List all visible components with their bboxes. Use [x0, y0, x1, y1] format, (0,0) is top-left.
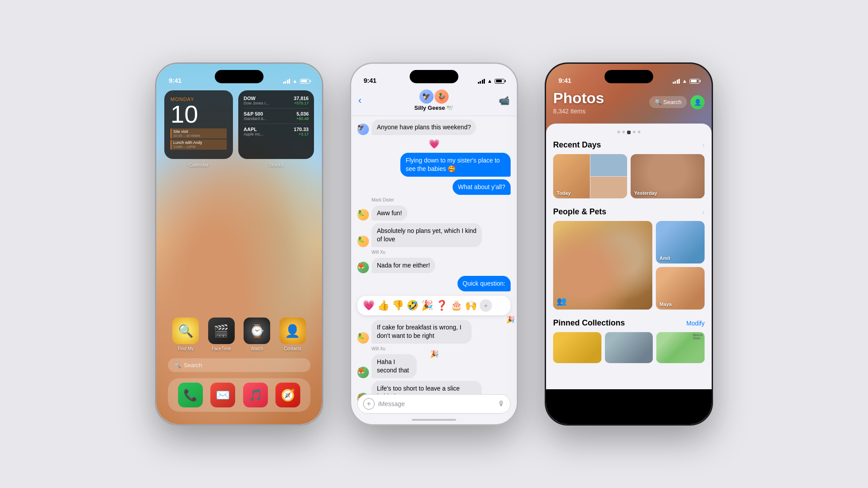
stocks-widget[interactable]: DOW Dow Jones I... 37,816 +570.17 S&P 50… [238, 90, 314, 159]
status-icons-2: ▲ [478, 78, 504, 84]
photos-search-button[interactable]: 🔍 🔍 Search Search [649, 96, 687, 108]
stock-row-dow: DOW Dow Jones I... 37,816 +570.17 [244, 96, 309, 105]
video-call-button[interactable]: 📹 [499, 95, 510, 106]
stocks-label: Stocks [238, 162, 314, 167]
avatar-will-2: 🦊 [357, 367, 369, 378]
mail-app[interactable]: ✉️ [210, 383, 235, 407]
power-button-2[interactable] [517, 135, 518, 166]
group-avatar-1: 🦅 [419, 89, 434, 104]
tapback-celebrate-2: 🎉 [430, 350, 439, 358]
phone-messages: 9:41 ▲ ‹ 🦅 🦆 Si [350, 62, 518, 426]
dot-4[interactable] [638, 131, 640, 133]
photos-header-buttons: 🔍 🔍 Search Search 👤 [649, 95, 705, 109]
reaction-thumbsup[interactable]: 👍 [377, 300, 389, 311]
reaction-thumbsdown[interactable]: 👎 [392, 300, 404, 311]
today-card[interactable]: Today [553, 154, 627, 198]
people-pets-chevron[interactable]: › [702, 208, 705, 216]
pinned-collections-header: Pinned Collections Modify [553, 318, 705, 328]
messages-input[interactable]: + iMessage 🎙 [357, 394, 511, 414]
photos-title: Photos [553, 89, 604, 107]
msg-bubble-sent-1: Flying down to my sister's place to see … [400, 153, 511, 177]
add-content-button[interactable]: + [363, 398, 375, 410]
widgets-area: MONDAY 10 Site visit 10:15 – 10:45AM Lun… [164, 90, 314, 159]
photos-title-area: Photos 8,342 Items [553, 89, 604, 115]
reaction-cake[interactable]: 🎂 [450, 300, 462, 311]
recent-days-title: Recent Days [553, 140, 601, 150]
dot-3[interactable] [633, 131, 636, 133]
status-time: 9:41 [169, 77, 182, 84]
pinned-title: Pinned Collections [553, 318, 625, 328]
pinned-map[interactable]: MeerutGhaz... [656, 332, 705, 363]
tapback-celebrate: 🎉 [506, 315, 515, 324]
msg-bubble-mark-1: Aww fun! [372, 205, 407, 221]
status-time-3: 9:41 [558, 77, 571, 84]
recent-days-chevron[interactable]: › [702, 141, 705, 149]
msg-row-quickq: Quick question: [357, 276, 511, 291]
msg-row-cake: 🦜 If cake for breakfast is wrong, I don'… [357, 320, 511, 344]
person-card-large[interactable]: 👥 [553, 221, 652, 310]
home-indicator [412, 419, 456, 421]
pinned-modify-button[interactable]: Modify [686, 320, 705, 327]
reaction-question[interactable]: ❓ [436, 300, 448, 311]
profile-icon: 👤 [694, 99, 701, 106]
avatar-mark-2: 🦜 [357, 236, 369, 247]
msg-row-will-2: 🦊 Haha I second that 🎉 [357, 354, 511, 378]
dot-2[interactable] [622, 131, 625, 133]
msg-bubble-second: Haha I second that [372, 354, 417, 378]
messages-title: 🦅 🦆 Silly Geese 🕊️ [415, 89, 454, 111]
sender-mark: Mark Disler [372, 198, 511, 202]
reactions-bar[interactable]: 💗 👍 👎 🤣 🎉 ❓ 🎂 🙌 + [357, 296, 511, 315]
reaction-celebrate[interactable]: 🎉 [421, 300, 433, 311]
msg-bubble-mark-2: Absolutely no plans yet, which I kind of… [372, 223, 482, 247]
reaction-heart[interactable]: 💗 [363, 300, 375, 311]
amit-card[interactable]: Amit [656, 221, 705, 263]
pinned-flowers[interactable] [553, 332, 601, 363]
photos-screen: 9:41 ▲ Photos 8,342 Items [546, 64, 712, 424]
photos-body: Recent Days › Today Yesterday [546, 124, 712, 389]
facetime-app[interactable]: 🎬 FaceTime [208, 318, 235, 351]
add-reaction-button[interactable]: + [480, 299, 492, 312]
phone-homescreen: 9:41 ▲ MONDAY 10 [155, 62, 323, 426]
findmy-label: Find My [178, 346, 194, 351]
back-button[interactable]: ‹ [358, 95, 361, 106]
group-name: Silly Geese 🕊️ [415, 105, 454, 111]
pinned-elephant[interactable] [605, 332, 653, 363]
reaction-clap[interactable]: 🙌 [465, 300, 477, 311]
contacts-app[interactable]: 👤 Contacts [279, 318, 306, 351]
status-icons: ▲ [283, 78, 310, 84]
calendar-widget[interactable]: MONDAY 10 Site visit 10:15 – 10:45AM Lun… [164, 90, 233, 159]
recent-days-header: Recent Days › [553, 140, 705, 150]
avatar-mark: 🦜 [357, 209, 369, 221]
dot-grid-active[interactable] [627, 131, 631, 134]
group-avatars: 🦅 🦆 [419, 89, 449, 104]
person-large-bg [553, 221, 652, 310]
microphone-icon[interactable]: 🎙 [498, 400, 505, 408]
input-placeholder[interactable]: iMessage [378, 400, 494, 407]
power-button[interactable] [322, 135, 323, 166]
photos-profile-button[interactable]: 👤 [690, 95, 705, 109]
power-button-3[interactable] [712, 135, 713, 166]
photos-content: Photos 8,342 Items 🔍 🔍 Search Search 👤 [546, 64, 712, 424]
messages-body: 🦅 Anyone have plans this weekend? 💗 Flyi… [351, 116, 517, 414]
app-row-main: 🔍 Find My 🎬 FaceTime ⌚ Watch [168, 318, 310, 351]
yesterday-card[interactable]: Yesterday [631, 154, 705, 198]
map-label: MeerutGhaz... [693, 333, 703, 340]
maya-card[interactable]: Maya [656, 267, 705, 310]
search-label: Search [184, 362, 202, 368]
phone-photos: 9:41 ▲ Photos 8,342 Items [545, 62, 713, 426]
signal-icon [283, 79, 291, 84]
findmy-app[interactable]: 🔍 Find My [172, 318, 199, 351]
app-dock-area: 🔍 Find My 🎬 FaceTime ⌚ Watch [168, 318, 310, 412]
search-bar[interactable]: 🔍 Search [168, 358, 310, 372]
compass-app[interactable]: 🧭 [275, 383, 300, 407]
watch-app[interactable]: ⌚ Watch [244, 318, 270, 351]
reaction-haha[interactable]: 🤣 [407, 300, 418, 311]
dot-1[interactable] [617, 131, 620, 133]
music-app[interactable]: 🎵 [243, 383, 268, 407]
sender-will-2: Will Xu [372, 346, 511, 351]
dynamic-island-3 [604, 70, 653, 83]
person-cards-col: Amit Maya [656, 221, 705, 310]
stock-row-sp500: S&P 500 Standard &... 5,036 +80.48 [244, 111, 309, 121]
wifi-icon-2: ▲ [487, 78, 492, 84]
phone-app[interactable]: 📞 [178, 383, 203, 407]
